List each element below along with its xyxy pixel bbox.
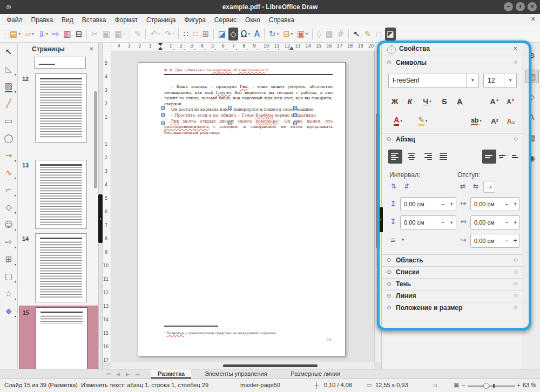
line-spacing-dropdown-icon[interactable]: ▾ [398,238,408,242]
sidebar-menu-icon[interactable]: ⋮ [387,45,396,54]
switch-indent-icon[interactable]: ⇢ [483,181,495,193]
export-button[interactable]: ⇨ [51,28,61,40]
close-button[interactable]: × [528,2,537,11]
indent-marker-top[interactable] [158,43,163,46]
show-draw-functions-button[interactable]: ✎ [363,28,373,40]
insert-line-button[interactable]: ╱ [1,96,17,112]
dropdown-icon[interactable]: ▾ [15,262,16,266]
more-options-icon[interactable]: ⚙ [514,293,518,299]
dropdown-icon[interactable]: ▾ [46,32,48,36]
section-shadow[interactable]: ⊙Тень⚙ [382,278,523,290]
pages-panel-close-icon[interactable]: × [89,43,94,56]
selection-handle[interactable] [228,121,232,125]
shrink-font-button[interactable]: A▼ [504,94,518,109]
grow-font-button[interactable]: A▲ [488,94,502,109]
tab-navigator[interactable]: ◉ [525,152,538,164]
decrement-button[interactable]: − [502,219,511,226]
dropdown-icon[interactable]: ▾ [15,193,16,197]
more-options-icon[interactable]: ⚙ [514,59,518,65]
dropdown-icon[interactable]: ▾ [15,159,16,163]
sidebar-settings-icon[interactable]: ⚙ [525,49,538,62]
font-name-combo[interactable]: FreeSerif ▾ [388,73,479,88]
bold-button[interactable]: Ж [388,94,401,109]
selection-handle[interactable] [161,113,165,117]
display-grid-button[interactable]: ∷ [181,28,190,40]
layer-tab-layout[interactable]: Разметка [151,369,191,379]
dropdown-icon[interactable]: ▾ [15,72,16,76]
more-options-icon[interactable]: ⚙ [514,136,518,142]
dropdown-icon[interactable]: ▾ [32,32,34,36]
align-left-button[interactable] [388,150,402,164]
more-options-icon[interactable]: ⚙ [514,281,518,287]
stars-and-banners-button[interactable]: ☆▾ [1,286,17,302]
dropdown-icon[interactable]: ▾ [158,32,160,36]
menu-window[interactable]: Окно [241,15,265,25]
decrement-button[interactable]: − [438,200,447,208]
right-indent-marker[interactable] [289,46,294,50]
decrease-indent-icon[interactable]: ⇆ [470,181,481,192]
layer-tab-controls[interactable]: Элементы управления [198,369,274,379]
save-button[interactable]: ⇩▾ [37,28,50,40]
canvas-vertical-scrollbar[interactable] [374,51,381,362]
curves-and-polygons-button[interactable]: ∿▾ [1,165,17,181]
canvas-horizontal-scrollbar[interactable] [111,362,374,369]
menu-view[interactable]: Вид [57,15,78,25]
open-button[interactable]: ▱▾ [23,28,36,40]
more-options-icon[interactable]: ⚙ [514,305,518,310]
decrement-button[interactable]: − [502,237,511,245]
align-top-button[interactable] [482,150,496,164]
expand-icon[interactable]: ⊙ [387,281,391,287]
align-bottom-button[interactable] [510,150,522,164]
zoom-level[interactable]: 63 % [523,382,536,388]
page-thumbnail-partial[interactable] [18,57,97,69]
align-center-button[interactable] [404,150,418,164]
zoom-slider-thumb[interactable] [483,383,489,389]
dropdown-icon[interactable]: ▾ [15,297,16,301]
sidebar-close-icon[interactable]: × [513,45,518,52]
layer-tab-dimension-lines[interactable]: Размерные линии [284,369,347,379]
tab-shapes[interactable]: ◇ [525,90,538,103]
ellipse-button[interactable]: ◯ [1,130,17,146]
document-close-icon[interactable]: ✕ [531,16,536,23]
increment-button[interactable]: + [511,219,519,226]
more-options-icon[interactable]: ⚙ [514,257,518,263]
fontwork-button[interactable]: A [253,28,261,40]
dropdown-icon[interactable]: ▾ [15,245,16,249]
menu-file[interactable]: Файл [2,15,27,25]
align-objects-button[interactable]: ⊟▾ [281,28,294,40]
dropdown-icon[interactable]: ▾ [277,32,279,36]
document-paragraph[interactable]: – Ваша лошадь, – процедил Рик, – тоже мо… [164,84,333,107]
last-layer-icon[interactable]: ⏭ [133,370,142,379]
above-spacing-field[interactable]: 0,00 см − + [400,197,456,211]
next-layer-icon[interactable]: ▶ [123,370,132,379]
collapse-icon[interactable]: ⊙ [387,136,391,142]
menu-insert[interactable]: Вставка [78,15,111,25]
more-options-icon[interactable]: ⚙ [514,269,518,275]
increment-button[interactable]: + [511,237,519,245]
master-page-name[interactable]: master-page50 [240,382,280,388]
decrement-button[interactable]: − [438,219,447,226]
print-button[interactable]: ⊟ [74,28,84,40]
font-color-button[interactable]: A▾ [388,114,408,128]
before-indent-field[interactable]: 0,00 см − + [470,197,520,211]
select-tool-button[interactable]: ↖ [1,44,17,60]
pages-collapse-handle[interactable]: ‹ [98,194,103,243]
expand-icon[interactable]: ⊙ [387,257,391,263]
selection-handle[interactable] [228,106,232,110]
tab-gallery[interactable]: ▦ [525,131,538,144]
edit-points-button[interactable]: ◇ [228,28,238,40]
section-position-size[interactable]: ⊙Положение и размер⚙ [382,302,523,314]
export-pdf-button[interactable]: ▥ [62,28,72,40]
expand-icon[interactable]: ⊙ [387,269,391,275]
font-size-value[interactable]: 12 [484,73,504,87]
insert-image-button[interactable]: ◪ [217,28,227,40]
font-name-value[interactable]: FreeSerif [389,73,466,87]
dropdown-icon[interactable]: ▾ [15,176,16,180]
section-lists[interactable]: ⊙Списки⚙ [382,266,523,278]
toggle-shadow-button[interactable]: A [453,94,466,109]
menu-format[interactable]: Формат [110,15,142,25]
show-media-button[interactable]: ◪ [385,28,396,40]
dropdown-icon[interactable]: ▾ [15,314,16,318]
tab-styles[interactable]: A [525,111,538,123]
dropdown-icon[interactable]: ▾ [15,90,16,93]
